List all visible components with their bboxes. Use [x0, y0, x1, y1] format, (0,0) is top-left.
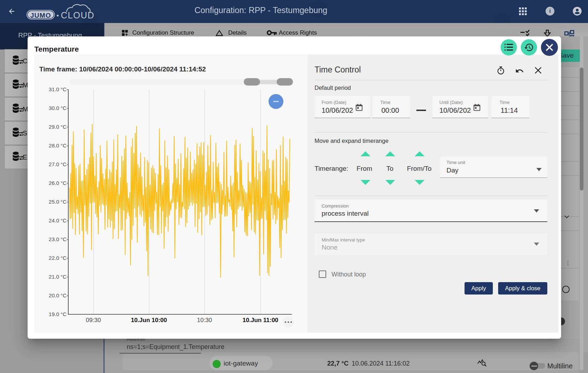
- svg-text:31.0 °C: 31.0 °C: [49, 86, 67, 92]
- svg-text:28.0 °C: 28.0 °C: [49, 142, 67, 148]
- svg-text:25.0 °C: 25.0 °C: [49, 199, 67, 205]
- svg-text:27.0 °C: 27.0 °C: [49, 161, 67, 167]
- svg-text:30.0 °C: 30.0 °C: [49, 105, 67, 111]
- svg-text:20.0 °C: 20.0 °C: [49, 292, 67, 298]
- svg-text:10.Jun 10:00: 10.Jun 10:00: [131, 317, 167, 324]
- svg-text:10.Jun 11:00: 10.Jun 11:00: [242, 317, 278, 324]
- svg-text:24.0 °C: 24.0 °C: [49, 217, 67, 223]
- svg-text:23.0 °C: 23.0 °C: [49, 236, 67, 242]
- svg-text:10:30: 10:30: [197, 317, 212, 324]
- svg-text:26.0 °C: 26.0 °C: [49, 180, 67, 186]
- svg-text:29.0 °C: 29.0 °C: [49, 124, 67, 130]
- svg-text:09:30: 09:30: [86, 317, 101, 324]
- svg-text:22.0 °C: 22.0 °C: [49, 255, 67, 261]
- svg-text:21.0 °C: 21.0 °C: [49, 274, 67, 280]
- svg-text:19.0 °C: 19.0 °C: [49, 311, 67, 317]
